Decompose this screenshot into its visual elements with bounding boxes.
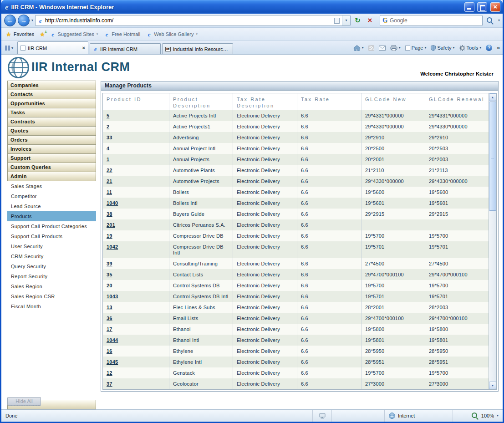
safety-menu-button[interactable]: Safety [431,45,454,51]
product-id-link[interactable]: 1043 [107,294,118,299]
product-id-link[interactable]: 201 [107,222,115,228]
url-input[interactable] [45,15,332,25]
product-id-link[interactable]: 19 [107,233,112,239]
favorites-item-free-hotmail[interactable]: Free Hotmail [104,31,140,37]
table-row[interactable]: 1045Ethylene IntlElectronic Delivery6.62… [103,357,489,367]
table-row[interactable]: 201Citricos Peruanos S.A.Electronic Deli… [103,219,489,230]
print-button[interactable] [390,45,401,51]
product-id-link[interactable]: 1045 [107,359,118,365]
sidebar-item-sales-stages[interactable]: Sales Stages [7,181,96,191]
close-button[interactable] [490,2,500,12]
sidebar-section-companies[interactable]: Companies [7,81,96,90]
tab-list-dropdown-icon[interactable] [11,46,13,50]
history-dropdown-icon[interactable] [31,19,33,22]
product-id-link[interactable]: 13 [107,305,112,310]
product-id-link[interactable]: 1 [107,157,109,162]
sidebar-item-competitor[interactable]: Competitor [7,191,96,201]
sidebar-item-support-call-products[interactable]: Support Call Products [7,231,96,241]
vertical-scrollbar[interactable] [489,93,496,389]
browser-tab-iir-crm[interactable]: IIR CRM [17,41,88,54]
tab-close-icon[interactable] [82,46,85,51]
sidebar-section-recycle[interactable]: Recycle [7,409,96,409]
sidebar-item-report-security[interactable]: Report Security [7,271,96,281]
table-row[interactable]: 35Contact ListsElectronic Delivery6.629*… [103,269,489,280]
table-row[interactable]: 36Email ListsElectronic Delivery6.629*47… [103,313,489,324]
table-row[interactable]: 1044Ethanol IntlElectronic Delivery6.619… [103,335,489,346]
product-id-link[interactable]: 17 [107,326,112,332]
favorites-button[interactable]: Favorites [6,31,34,37]
product-id-link[interactable]: 20 [107,283,112,288]
product-id-link[interactable]: 21 [107,178,112,184]
table-row[interactable]: 38Buyers GuideElectronic Delivery6.629*2… [103,209,489,219]
sidebar-section-contacts[interactable]: Contacts [7,90,96,99]
home-button[interactable] [353,45,364,51]
product-id-link[interactable]: 2 [107,124,109,129]
sidebar-item-fiscal-month[interactable]: Fiscal Month [7,301,96,311]
compatibility-view-icon[interactable] [334,18,340,24]
browser-tab-industrial-info-resources-ii[interactable]: Industrial Info Resources, II... [162,43,233,54]
table-row[interactable]: 19Compressor Drive DBElectronic Delivery… [103,230,489,241]
table-row[interactable]: 39Consulting/TrainingElectronic Delivery… [103,258,489,269]
forward-button[interactable] [18,15,30,26]
help-button[interactable] [486,45,492,51]
search-button[interactable] [484,15,496,26]
sidebar-item-query-security[interactable]: Query Security [7,261,96,271]
table-row[interactable]: 22Automotive PlantsElectronic Delivery6.… [103,165,489,176]
product-id-link[interactable]: 4 [107,146,109,151]
product-id-link[interactable]: 12 [107,370,112,376]
scrollbar-thumb[interactable] [489,102,496,211]
feeds-button[interactable] [368,45,374,51]
product-id-link[interactable]: 36 [107,316,112,321]
favorites-item-suggested-sites[interactable]: Suggested Sites [51,31,98,37]
sidebar-item-crm-security[interactable]: CRM Security [7,251,96,261]
minimize-button[interactable] [464,2,474,12]
table-row[interactable]: 16EthyleneElectronic Delivery6.628*59502… [103,346,489,357]
product-id-link[interactable]: 1044 [107,337,118,343]
sidebar-section-invoices[interactable]: Invoices [7,144,96,154]
table-row[interactable]: 33AdvertisingElectronic Delivery6.629*29… [103,132,489,143]
browser-tab-iir-internal-crm[interactable]: IIR Internal CRM [90,43,161,54]
favorites-item-web-slice-gallery[interactable]: Web Slice Gallery [147,31,198,37]
table-row[interactable]: 12GenstackElectronic Delivery6.619*57001… [103,367,489,378]
table-row[interactable]: 37GeolocatorElectronic Delivery6.627*300… [103,378,489,389]
table-row[interactable]: 20Control Systems DBElectronic Delivery6… [103,280,489,291]
sidebar-section-admin[interactable]: Admin [7,172,96,181]
table-row[interactable]: 4Annual Project IntlElectronic Delivery6… [103,143,489,154]
zoom-control[interactable]: 100% [453,410,503,422]
product-id-link[interactable]: 37 [107,381,112,387]
table-row[interactable]: 1043Control Systems DB IntlElectronic De… [103,291,489,302]
sidebar-section-orders[interactable]: Orders [7,135,96,145]
product-id-link[interactable]: 1040 [107,200,118,206]
read-mail-button[interactable] [379,46,386,51]
table-row[interactable]: 1042Compressor Drive DB IntlElectronic D… [103,241,489,258]
add-favorite-button[interactable]: + [40,31,45,37]
table-row[interactable]: 1040Boilers IntlElectronic Delivery6.619… [103,198,489,209]
hide-all-button[interactable]: Hide All [7,397,41,406]
quick-tabs-button[interactable] [4,46,16,54]
sidebar-item-sales-region-csr[interactable]: Sales Region CSR [7,291,96,301]
sidebar-item-sales-region[interactable]: Sales Region [7,281,96,291]
scrollbar-track[interactable] [489,211,496,382]
tools-menu-button[interactable]: Tools [459,45,482,51]
back-button[interactable] [4,15,16,26]
refresh-button[interactable] [352,15,363,26]
table-row[interactable]: 2Active Projects1Electronic Delivery6.62… [103,121,489,132]
table-row[interactable]: 5Active Projects IntlElectronic Delivery… [103,110,489,121]
sidebar-section-opportunities[interactable]: Opportunities [7,99,96,108]
scroll-up-button[interactable] [489,93,496,101]
more-commands-icon[interactable] [497,45,500,51]
address-dropdown-button[interactable] [342,15,350,25]
product-id-link[interactable]: 39 [107,261,112,266]
table-row[interactable]: 11BoilersElectronic Delivery6.619*560019… [103,187,489,198]
sidebar-section-contracts[interactable]: Contracts [7,117,96,127]
sidebar-item-user-security[interactable]: User Security [7,241,96,251]
product-id-link[interactable]: 33 [107,135,112,140]
product-id-link[interactable]: 38 [107,211,112,217]
product-id-link[interactable]: 16 [107,348,112,354]
sidebar-section-quotes[interactable]: Quotes [7,126,96,136]
table-row[interactable]: 1Annual ProjectsElectronic Delivery6.620… [103,154,489,165]
product-id-link[interactable]: 11 [107,189,112,195]
product-id-link[interactable]: 35 [107,272,112,277]
table-row[interactable]: 21Automotive ProjectsElectronic Delivery… [103,176,489,187]
sidebar-item-support-call-product-categories[interactable]: Support Call Product Categories [7,221,96,231]
